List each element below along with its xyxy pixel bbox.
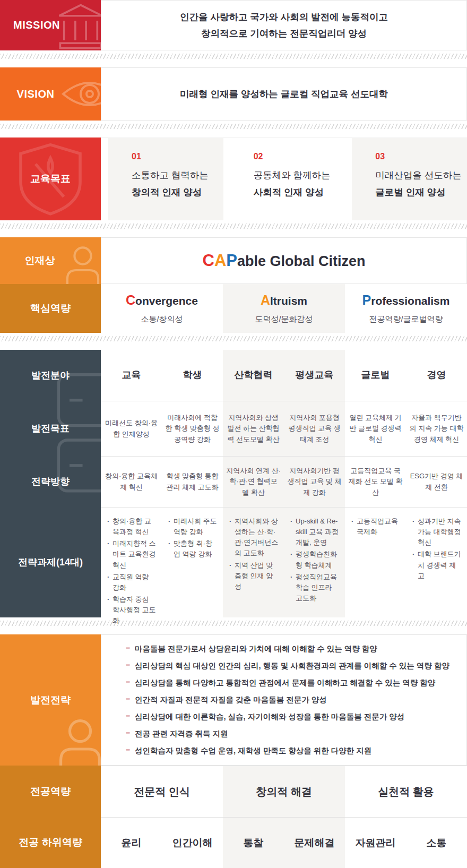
sub-item: 통찰 [223, 818, 284, 868]
cap-letter-p: P [226, 251, 237, 270]
goal-cell: 지역사회와 상생발전 하는 산학협력 선도모델 확산 [223, 401, 284, 456]
goal-line2: 창의적 인재 양성 [132, 186, 223, 199]
eye-icon [60, 71, 101, 117]
row-label-text: 발전분야 [31, 369, 70, 382]
section-divider [0, 124, 467, 129]
major-sub-competency-content: 윤리 인간이해 통찰 문제해결 자원관리 소통 [101, 817, 467, 868]
task-item: 미래사회 주도역량 강화 [168, 516, 219, 537]
dev-strategy-section: 발전전략 마음돌봄 전문가로서 상담윤리와 가치에 대해 이해할 수 있는 역량… [0, 634, 467, 766]
direction-cell: ESG기반 경영 체제 전환 [406, 456, 467, 507]
task-cell: 고등직업교육 국제화 [345, 507, 406, 617]
core-competency-label: 핵심역량 [30, 302, 71, 315]
vision-statement: 미래형 인재를 양성하는 글로컬 직업교육 선도대학 [180, 86, 388, 102]
core-competency-label-block: 핵심역량 [0, 284, 101, 333]
direction-cell: 고등직업교육 국제화 선도 모델 확산 [345, 456, 406, 507]
goal-line2: 사회적 인재 양성 [254, 186, 345, 199]
major-sub-competency-label-block: 전공 하위역량 [0, 817, 101, 868]
goal-line1: 소통하고 협력하는 [132, 169, 223, 182]
field-cell: 교육 [101, 350, 162, 401]
sub-item: 소통 [406, 818, 467, 868]
mission-label: MISSION [13, 19, 60, 31]
core-rest: rofessionalism [371, 295, 449, 307]
task-item: 교직원 역량 강화 [107, 572, 158, 593]
core-initial: C [126, 293, 135, 307]
direction-cell: 지역사회 연계 산·학·관·연 협력모델 확산 [223, 456, 284, 507]
core-desc: 전공역량/글로벌역량 [369, 314, 443, 324]
core-word: Professionalism [362, 293, 450, 308]
person-icon [46, 715, 101, 766]
mission-content: 인간을 사랑하고 국가와 사회의 발전에 능동적이고 창의적으로 기여하는 전문… [101, 0, 467, 50]
mission-label-block: MISSION [0, 0, 101, 50]
development-tasks-row: 전략과제(14대) 창의·융합 교육과정 혁신 미래지향적 스마트 교육환경 혁… [0, 507, 467, 617]
sub-item: 윤리 [101, 818, 162, 868]
task-cell: 성과기반 지속가능 대학행정 혁신 대학 브랜드가치 경쟁력 제고 [406, 507, 467, 617]
major-competency-label-block: 전공역량 [0, 766, 101, 817]
bank-icon [56, 2, 101, 50]
edu-goal-item-1: 01 소통하고 협력하는 창의적 인재 양성 [108, 138, 223, 220]
talent-label: 인재상 [25, 254, 55, 268]
task-item: 창의·융합 교육과정 혁신 [107, 516, 158, 537]
major-competency-label: 전공역량 [30, 785, 71, 798]
sub-item: 인간이해 [162, 818, 223, 868]
goal-number: 02 [254, 152, 345, 161]
cap-rest: able Global Citizen [237, 253, 366, 269]
development-fields-row: 발전분야 교육 학생 산학협력 평생교육 글로벌 경영 [0, 350, 467, 401]
field-cell: 경영 [406, 350, 467, 401]
goal-line2: 글로벌 인재 양성 [375, 186, 467, 199]
goal-cell: 지역사회 포용형 평생직업 교육 생태계 조성 [284, 401, 345, 456]
major-sub-competency-section: 전공 하위역량 윤리 인간이해 통찰 문제해결 자원관리 소통 [0, 817, 467, 868]
cap-letter-a: A [214, 251, 226, 270]
talent-content: CAPable Global Citizen [101, 237, 467, 284]
development-goals-row: 발전목표 미래선도 창의·융합 인재양성 미래사회에 적합한 학생 맞춤형 성공… [0, 401, 467, 456]
strategy-bullet: 성인학습자 맞춤형 수업 운영, 재학생 만족도 향상을 위한 다양한 지원 [126, 746, 461, 756]
major-sub-competency-label: 전공 하위역량 [19, 836, 82, 849]
task-item: 성과기반 지속가능 대학행정 혁신 [412, 516, 463, 548]
task-cell: 지역사회와 상생하는 산·학·관·연거버넌스의 고도화 지역 산업 맞춤형 인재… [223, 507, 284, 617]
strategy-bullet: 심리상담에 대한 이론학습, 실습, 자기이해와 성장을 통한 마음돌봄 전문가… [126, 712, 461, 722]
section-divider [0, 336, 467, 341]
strategy-bullet: 심리상담을 통해 다양하고 통합적인 관점에서 문제를 이해하고 해결할 수 있… [126, 678, 461, 688]
strategy-bullet: 인간적 자질과 전문적 자질을 갖춘 마음돌봄 전문가 양성 [126, 695, 461, 705]
task-cell: 미래사회 주도역량 강화 맞춤형 취·창업 역량 강화 [162, 507, 223, 617]
field-cell: 학생 [162, 350, 223, 401]
person-icon [55, 243, 101, 284]
direction-cell: 학생 맞춤형 통합관리 체제 고도화 [162, 456, 223, 507]
goal-cell: 열린 교육체제 기반 글로벌 경쟁력 혁신 [345, 401, 406, 456]
direction-cell: 지역사회기반 평생직업 교육 및 체제 강화 [284, 456, 345, 507]
task-item: Up-skill & Re-skill 교육 과정 개발, 운영 [290, 516, 341, 548]
task-item: 맞춤형 취·창업 역량 강화 [168, 538, 219, 560]
goal-cell: 자율과 책무기반의 지속 가능 대학경영 체제 혁신 [406, 401, 467, 456]
core-initial: A [261, 293, 270, 307]
development-section: 발전분야 교육 학생 산학협력 평생교육 글로벌 경영 발전목표 미래선도 창의… [0, 350, 467, 617]
core-competency-content: Convergence 소통/창의성 Altruism 도덕성/문화감성 Pro… [101, 284, 467, 333]
core-word: Altruism [261, 293, 307, 308]
cap-letter-c: C [202, 251, 214, 270]
field-cell: 글로벌 [345, 350, 406, 401]
talent-headline: CAPable Global Citizen [202, 251, 365, 270]
mission-line1: 인간을 사랑하고 국가와 사회의 발전에 능동적이고 [180, 12, 388, 22]
edu-goals-label: 교육목표 [30, 172, 71, 186]
task-item: 대학 브랜드가치 경쟁력 제고 [412, 549, 463, 581]
development-directions-row: 전략방향 창의·융합 교육체제 혁신 학생 맞춤형 통합관리 체제 고도화 지역… [0, 456, 467, 507]
vision-label: VISION [17, 88, 55, 100]
strategy-bullet: 전공 관련 자격증 취득 지원 [126, 729, 461, 739]
development-row-label: 전략방향 [0, 456, 101, 507]
task-cell: Up-skill & Re-skill 교육 과정 개발, 운영 평생학습친화형… [284, 507, 345, 617]
mission-section: MISSION 인간을 사랑하고 국가와 사회의 발전에 능동적이고 창의적으로… [0, 0, 467, 50]
task-item: 학습자 중심 학사행정 고도화 [107, 594, 158, 626]
talent-section: 인재상 CAPable Global Citizen [0, 237, 467, 284]
field-cell: 평생교육 [284, 350, 345, 401]
goal-cell: 미래사회에 적합한 학생 맞춤형 성공역량 강화 [162, 401, 223, 456]
core-competency-section: 핵심역량 Convergence 소통/창의성 Altruism 도덕성/문화감… [0, 284, 467, 333]
task-item: 고등직업교육 국제화 [351, 516, 402, 537]
goal-cell: 미래선도 창의·융합 인재양성 [101, 401, 162, 456]
vision-content: 미래형 인재를 양성하는 글로컬 직업교육 선도대학 [101, 67, 467, 121]
section-divider [0, 621, 467, 626]
direction-cell: 창의·융합 교육체제 혁신 [101, 456, 162, 507]
row-label-text: 발전목표 [31, 422, 70, 435]
task-cell: 창의·융합 교육과정 혁신 미래지향적 스마트 교육환경 혁신 교직원 역량 강… [101, 507, 162, 617]
dev-strategy-content: 마음돌봄 전문가로서 상담윤리와 가치에 대해 이해할 수 있는 역량 함양 심… [101, 634, 467, 766]
vision-label-block: VISION [0, 67, 101, 121]
major-item: 전문적 인식 [101, 766, 223, 817]
goal-line1: 미래산업을 선도하는 [375, 169, 467, 182]
